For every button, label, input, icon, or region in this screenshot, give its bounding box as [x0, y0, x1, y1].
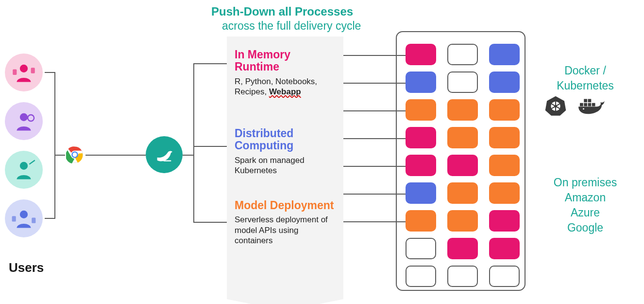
users-label: Users	[9, 260, 44, 275]
svg-point-18	[554, 105, 557, 108]
user-avatar-architect	[5, 199, 43, 237]
section-title: Distributed Computing	[235, 127, 337, 152]
user-avatar-scientist	[5, 102, 43, 140]
section-title: In Memory Runtime	[235, 49, 337, 73]
kubernetes-icon	[545, 95, 566, 118]
svg-rect-2	[31, 68, 35, 73]
container-cell	[447, 210, 478, 232]
svg-rect-1	[13, 70, 17, 75]
container-cell	[406, 155, 436, 176]
section-desc: R, Python, Notebooks, Recipes, Webapp	[235, 76, 337, 97]
connector	[193, 63, 227, 64]
connector	[193, 146, 227, 147]
container-cell	[406, 238, 436, 259]
container-cell	[489, 72, 520, 93]
connector	[85, 155, 146, 156]
container-cell	[447, 182, 478, 204]
connector	[183, 155, 193, 156]
svg-rect-21	[588, 103, 592, 107]
svg-rect-23	[584, 99, 587, 103]
hosting-label: On premises Amazon Azure Google	[539, 175, 631, 235]
svg-rect-24	[588, 99, 592, 103]
svg-point-25	[583, 108, 584, 109]
section-in-memory: In Memory Runtime R, Python, Notebooks, …	[235, 49, 337, 97]
container-cell	[447, 266, 478, 287]
section-desc-bold: Webapp	[269, 87, 301, 96]
connector	[193, 63, 194, 222]
container-cell	[447, 155, 478, 176]
container-cell	[447, 127, 478, 148]
connector	[193, 222, 227, 223]
section-desc: Spark on managed Kubernetes	[235, 155, 337, 176]
section-title: Model Deployment	[235, 199, 337, 212]
container-cell	[489, 238, 520, 259]
orchestration-icons	[545, 95, 606, 118]
container-cell	[406, 99, 436, 121]
container-cell	[406, 210, 436, 232]
container-cell	[489, 210, 520, 232]
headline-sub: across the full delivery cycle	[222, 19, 361, 33]
svg-point-11	[73, 153, 77, 157]
svg-point-3	[20, 113, 28, 121]
container-cell	[406, 127, 436, 148]
container-cell	[447, 44, 478, 65]
orchestration-label: Docker / Kubernetes	[539, 63, 631, 93]
user-avatar-engineer	[5, 151, 43, 189]
section-desc: Serverless deployment of model APIs usin…	[235, 215, 337, 246]
connector	[45, 218, 54, 219]
svg-point-5	[20, 162, 28, 170]
container-cell	[447, 238, 478, 259]
container-cell	[489, 44, 520, 65]
container-cell	[406, 266, 436, 287]
container-cell	[406, 44, 436, 65]
svg-rect-20	[584, 103, 587, 107]
container-cell	[447, 99, 478, 121]
container-cell	[489, 182, 520, 204]
connector	[54, 72, 55, 219]
docker-icon	[577, 95, 606, 118]
container-cell	[489, 127, 520, 148]
container-cell	[489, 266, 520, 287]
svg-rect-12	[164, 161, 171, 161]
user-avatar-analyst	[5, 54, 43, 91]
section-distributed: Distributed Computing Spark on managed K…	[235, 127, 337, 176]
connector	[54, 155, 65, 156]
svg-point-0	[20, 65, 28, 72]
container-cell	[406, 182, 436, 204]
dataiku-bird-icon	[146, 136, 183, 173]
headline-bold: Push-Down all Processes	[211, 5, 353, 18]
connector	[45, 72, 54, 73]
svg-rect-19	[580, 103, 583, 107]
svg-point-4	[28, 115, 34, 121]
container-cell	[406, 72, 436, 93]
svg-point-6	[20, 211, 28, 218]
chrome-icon	[66, 146, 84, 163]
container-cell	[489, 99, 520, 121]
svg-rect-22	[592, 103, 595, 107]
svg-rect-8	[32, 217, 35, 223]
container-cell	[489, 155, 520, 176]
svg-rect-7	[12, 216, 16, 221]
section-deployment: Model Deployment Serverless deployment o…	[235, 199, 337, 246]
architecture-diagram: Users Push-Down all Processes across the…	[0, 0, 644, 304]
container-cell	[447, 72, 478, 93]
